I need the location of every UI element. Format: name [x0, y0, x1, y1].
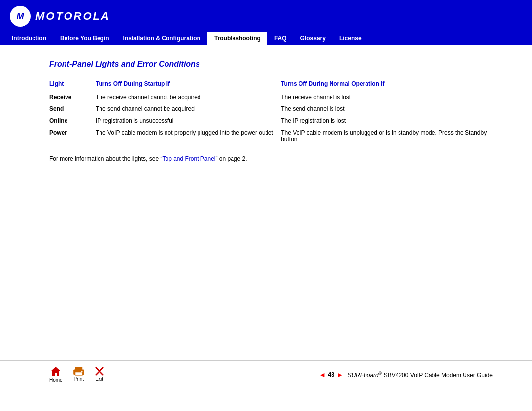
home-icon: [50, 366, 61, 377]
col-header-startup: Turns Off During Startup If: [96, 78, 281, 91]
doc-title: SURFboard® SBV4200 VoIP Cable Modem User…: [347, 371, 493, 378]
footer-nav: Home Print Exit: [49, 366, 104, 383]
footnote-prefix: For more information about the lights, s…: [49, 155, 162, 162]
footnote: For more information about the lights, s…: [49, 155, 493, 162]
table-row: OnlineIP registration is unsuccessfulThe…: [49, 115, 493, 127]
cell-startup: The VoIP cable modem is not properly plu…: [96, 127, 281, 145]
home-label: Home: [49, 377, 63, 383]
home-button[interactable]: Home: [49, 366, 63, 383]
exit-icon: [95, 367, 104, 376]
exit-label: Exit: [95, 377, 103, 382]
nav-item-troubleshooting[interactable]: Troubleshooting: [207, 32, 267, 45]
motorola-logo-symbol: M: [10, 6, 31, 27]
svg-text:M: M: [17, 11, 25, 21]
lights-table: Light Turns Off During Startup If Turns …: [49, 78, 493, 145]
svg-rect-4: [75, 367, 82, 370]
cell-light: Online: [49, 115, 96, 127]
footnote-suffix: ” on page 2.: [216, 155, 247, 162]
cell-normal: The send channel is lost: [281, 103, 493, 115]
cell-startup: IP registration is unsuccessful: [96, 115, 281, 127]
footer-page-number: ◄ 43 ►: [319, 371, 343, 378]
cell-startup: The receive channel cannot be acquired: [96, 91, 281, 103]
footnote-link[interactable]: Top and Front Panel: [162, 155, 215, 162]
table-row: PowerThe VoIP cable modem is not properl…: [49, 127, 493, 145]
nav-item-installation[interactable]: Installation & Configuration: [116, 32, 207, 45]
prev-arrow-icon[interactable]: ◄: [319, 371, 326, 378]
nav-item-before-you-begin[interactable]: Before You Begin: [53, 32, 116, 45]
footer-bar: Home Print Exit ◄ 43 ► SU: [0, 360, 532, 388]
cell-normal: The VoIP cable modem is unplugged or is …: [281, 127, 493, 145]
footer-page-info: ◄ 43 ► SURFboard® SBV4200 VoIP Cable Mod…: [319, 371, 493, 378]
cell-normal: The IP registration is lost: [281, 115, 493, 127]
motorola-logo: M MOTOROLA: [10, 6, 110, 27]
cell-light: Power: [49, 127, 96, 145]
page-title: Front-Panel Lights and Error Conditions: [49, 60, 493, 68]
svg-marker-2: [51, 367, 61, 376]
print-icon: [72, 367, 85, 376]
col-header-light: Light: [49, 78, 96, 91]
page-number: 43: [328, 371, 334, 378]
svg-point-6: [81, 371, 83, 372]
nav-item-introduction[interactable]: Introduction: [5, 32, 53, 45]
cell-normal: The receive channel is lost: [281, 91, 493, 103]
print-button[interactable]: Print: [72, 367, 85, 382]
nav-item-license[interactable]: License: [332, 32, 368, 45]
table-row: SendThe send channel cannot be acquiredT…: [49, 103, 493, 115]
table-row: ReceiveThe receive channel cannot be acq…: [49, 91, 493, 103]
nav-item-glossary[interactable]: Glossary: [294, 32, 332, 45]
next-arrow-icon[interactable]: ►: [337, 371, 344, 378]
col-header-normal: Turns Off During Normal Operation If: [281, 78, 493, 91]
motorola-logo-text: MOTOROLA: [35, 10, 110, 23]
cell-light: Receive: [49, 91, 96, 103]
header-bar: M MOTOROLA: [0, 0, 532, 32]
cell-light: Send: [49, 103, 96, 115]
nav-item-faq[interactable]: FAQ: [267, 32, 294, 45]
print-label: Print: [73, 377, 84, 382]
cell-startup: The send channel cannot be acquired: [96, 103, 281, 115]
svg-rect-5: [75, 372, 82, 375]
main-content: Front-Panel Lights and Error Conditions …: [0, 45, 532, 350]
nav-bar: Introduction Before You Begin Installati…: [0, 32, 532, 45]
exit-button[interactable]: Exit: [95, 367, 104, 382]
